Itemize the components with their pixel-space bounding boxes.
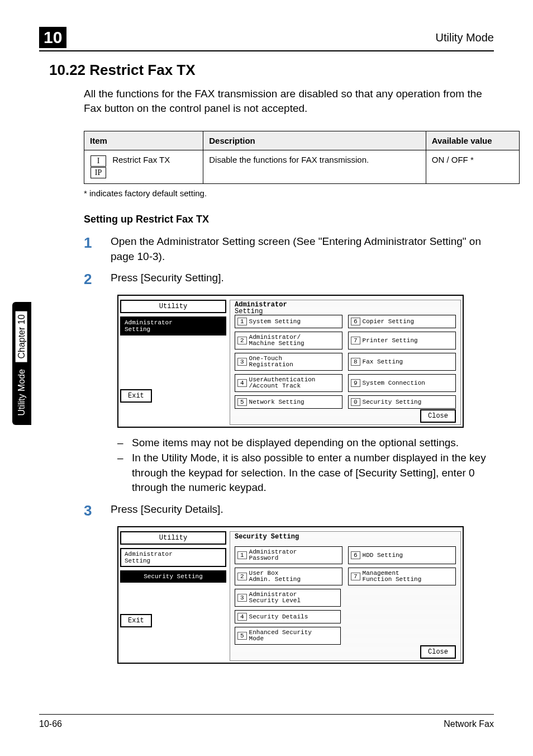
- panel1-btn-0[interactable]: 0Security Setting: [348, 395, 456, 409]
- panel2-title: Security Setting: [235, 533, 299, 541]
- step-1-text: Open the Administrator Setting screen (S…: [111, 234, 494, 264]
- note-2: – In the Utility Mode, it is also possib…: [117, 451, 494, 495]
- panel2-btn-5[interactable]: 5Enhanced Security Mode: [235, 627, 341, 645]
- page-footer: 10-66 Network Fax: [39, 714, 494, 729]
- td-item: Restrict Fax TX: [112, 155, 170, 164]
- panel1-btn-9[interactable]: 9System Connection: [348, 374, 456, 392]
- table-row: I IP Restrict Fax TX Disable the functio…: [84, 150, 520, 184]
- step-1: 1 Open the Administrator Setting screen …: [84, 234, 494, 264]
- step-3-num: 3: [84, 502, 111, 519]
- step-2-num: 2: [84, 271, 111, 288]
- panel1-tab-admin[interactable]: Administrator Setting: [120, 316, 226, 336]
- th-item: Item: [84, 131, 203, 150]
- panel1-btn-6[interactable]: 6Copier Setting: [348, 315, 456, 328]
- mode-icon-ip: IP: [91, 167, 106, 178]
- panel1-close-button[interactable]: Close: [420, 409, 456, 423]
- panel1-btn-7[interactable]: 7Printer Setting: [348, 332, 456, 349]
- panel1-title2: Setting: [235, 308, 263, 315]
- section-intro: All the functions for the FAX transmissi…: [84, 87, 488, 115]
- footer-left: 10-66: [39, 719, 62, 729]
- panel1-btn-5[interactable]: 5Network Setting: [235, 395, 342, 409]
- panel1-btn-8[interactable]: 8Fax Setting: [348, 353, 456, 371]
- panel2-close-button[interactable]: Close: [420, 645, 456, 659]
- step-3: 3 Press [Security Details].: [84, 502, 494, 519]
- panel1-btn-3[interactable]: 3One-Touch Registration: [235, 353, 342, 371]
- page-header: 10 Utility Mode: [39, 27, 494, 51]
- td-desc: Disable the functions for FAX transmissi…: [203, 150, 426, 184]
- header-right: Utility Mode: [436, 31, 494, 44]
- panel1-tab-utility[interactable]: Utility: [120, 300, 226, 313]
- note-1: – Some items may not be displayed depend…: [117, 436, 494, 451]
- footer-right: Network Fax: [444, 719, 494, 729]
- panel2-tab-security[interactable]: Security Setting: [120, 570, 226, 583]
- settings-table: Item Description Available value I IP Re…: [84, 131, 520, 184]
- side-tab-mode: Utility Mode: [17, 369, 26, 416]
- panel2-btn-3[interactable]: 3Administrator Security Level: [235, 589, 341, 607]
- td-value: ON / OFF *: [426, 150, 519, 184]
- panel2-exit-button[interactable]: Exit: [120, 614, 152, 627]
- section-title: 10.22 Restrict Fax TX: [49, 62, 494, 79]
- panel2-btn-2[interactable]: 2User Box Admin. Setting: [235, 568, 342, 585]
- panel2-btn-6[interactable]: 6HDD Setting: [348, 546, 456, 564]
- panel2-btn-7[interactable]: 7Management Function Setting: [348, 568, 456, 585]
- step-2-text: Press [Security Setting].: [111, 271, 494, 288]
- panel2-tab-admin[interactable]: Administrator Setting: [120, 548, 226, 567]
- panel2-btn-1[interactable]: 1Administrator Password: [235, 546, 342, 564]
- panel1-btn-4[interactable]: 4UserAuthentication /Account Track: [235, 374, 342, 392]
- footnote: * indicates factory default setting.: [84, 188, 494, 198]
- panel1-btn-2[interactable]: 2Administrator/ Machine Setting: [235, 332, 342, 349]
- admin-setting-panel: Utility Administrator Setting Exit Admin…: [117, 295, 464, 428]
- sub-heading: Setting up Restrict Fax TX: [84, 214, 494, 225]
- th-desc: Description: [203, 131, 426, 150]
- panel2-tab-utility[interactable]: Utility: [120, 531, 226, 545]
- panel2-btn-4[interactable]: 4Security Details: [235, 610, 341, 623]
- panel1-btn-1[interactable]: 1System Setting: [235, 315, 342, 328]
- step-3-text: Press [Security Details].: [111, 502, 494, 519]
- side-tab-chapter: Chapter 10: [16, 311, 27, 362]
- step-2: 2 Press [Security Setting].: [84, 271, 494, 288]
- panel1-exit-button[interactable]: Exit: [120, 389, 152, 403]
- th-avail: Available value: [426, 131, 519, 150]
- side-tab: Utility Mode Chapter 10: [12, 302, 31, 425]
- mode-icon-i: I: [91, 155, 106, 167]
- chapter-number: 10: [39, 27, 66, 48]
- security-setting-panel: Utility Administrator Setting Security S…: [117, 526, 464, 664]
- step-1-num: 1: [84, 234, 111, 264]
